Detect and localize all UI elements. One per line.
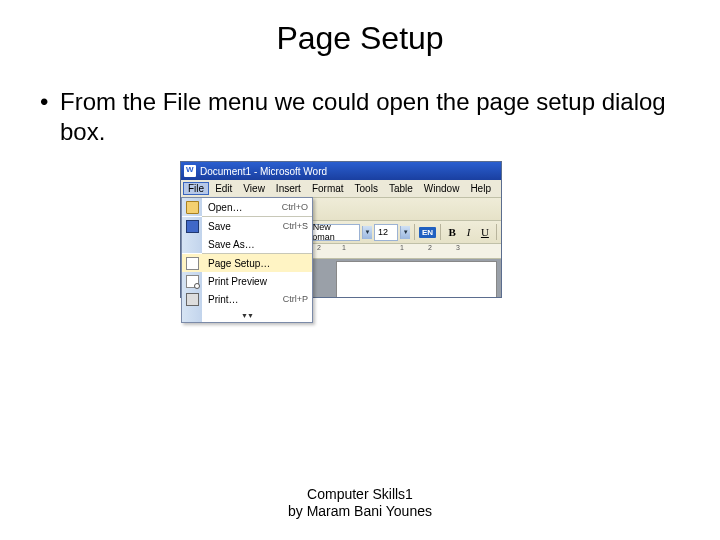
menu-item-print[interactable]: Print… Ctrl+P bbox=[182, 290, 312, 308]
menu-item-print-preview[interactable]: Print Preview bbox=[182, 272, 312, 290]
menu-item-shortcut: Ctrl+S bbox=[283, 221, 308, 231]
printer-icon bbox=[186, 293, 199, 306]
window-titlebar: Document1 - Microsoft Word bbox=[181, 162, 501, 180]
open-folder-icon bbox=[186, 201, 199, 214]
font-size-value: 12 bbox=[378, 227, 388, 237]
bullet-list: • From the File menu we could open the p… bbox=[0, 87, 720, 147]
menu-format[interactable]: Format bbox=[307, 182, 349, 195]
menu-item-shortcut: Ctrl+O bbox=[282, 202, 308, 212]
print-preview-icon bbox=[186, 275, 199, 288]
underline-button[interactable]: U bbox=[478, 224, 492, 240]
menu-file[interactable]: File bbox=[183, 182, 209, 195]
chevron-down-icon[interactable]: ▼ bbox=[362, 226, 372, 239]
ruler-tick: 1 bbox=[400, 244, 404, 251]
bold-button[interactable]: B bbox=[445, 224, 459, 240]
menu-insert[interactable]: Insert bbox=[271, 182, 306, 195]
menu-item-shortcut: Ctrl+P bbox=[283, 294, 308, 304]
language-badge[interactable]: EN bbox=[419, 227, 436, 238]
slide-title: Page Setup bbox=[0, 20, 720, 57]
chevron-down-icon: ▼▼ bbox=[241, 312, 253, 319]
slide-footer: Computer Skills1 by Maram Bani Younes bbox=[0, 486, 720, 520]
menu-window[interactable]: Window bbox=[419, 182, 465, 195]
window-title-text: Document1 - Microsoft Word bbox=[200, 166, 327, 177]
footer-author: by Maram Bani Younes bbox=[0, 503, 720, 520]
ruler-tick: 2 bbox=[317, 244, 321, 251]
word-screenshot: Document1 - Microsoft Word File Edit Vie… bbox=[180, 161, 502, 298]
chevron-down-icon[interactable]: ▼ bbox=[400, 226, 410, 239]
menu-item-label: Save As… bbox=[202, 239, 308, 250]
floppy-disk-icon bbox=[186, 220, 199, 233]
italic-button[interactable]: I bbox=[461, 224, 475, 240]
font-name-value: s New Roman bbox=[306, 222, 356, 242]
menu-item-label: Save bbox=[202, 221, 283, 232]
ruler-tick: 1 bbox=[342, 244, 346, 251]
menu-item-label: Open… bbox=[202, 202, 282, 213]
menu-item-label: Print Preview bbox=[202, 276, 308, 287]
file-menu-dropdown: Open… Ctrl+O Save Ctrl+S Save As… Page S… bbox=[181, 197, 313, 323]
menu-view[interactable]: View bbox=[238, 182, 270, 195]
menu-expand-button[interactable]: ▼▼ bbox=[182, 308, 312, 322]
ruler-tick: 2 bbox=[428, 244, 432, 251]
menu-bar: File Edit View Insert Format Tools Table… bbox=[181, 180, 501, 198]
menu-item-open[interactable]: Open… Ctrl+O bbox=[182, 198, 312, 216]
menu-table[interactable]: Table bbox=[384, 182, 418, 195]
menu-item-page-setup[interactable]: Page Setup… bbox=[182, 254, 312, 272]
menu-item-save-as[interactable]: Save As… bbox=[182, 235, 312, 253]
footer-course: Computer Skills1 bbox=[0, 486, 720, 503]
ruler-tick: 3 bbox=[456, 244, 460, 251]
page-setup-icon bbox=[186, 257, 199, 270]
menu-edit[interactable]: Edit bbox=[210, 182, 237, 195]
bullet-text: From the File menu we could open the pag… bbox=[60, 87, 680, 147]
menu-help[interactable]: Help bbox=[465, 182, 496, 195]
menu-item-label: Page Setup… bbox=[202, 258, 308, 269]
menu-tools[interactable]: Tools bbox=[350, 182, 383, 195]
font-size-combo[interactable]: 12 bbox=[374, 224, 398, 241]
bullet-marker: • bbox=[40, 87, 60, 147]
menu-item-save[interactable]: Save Ctrl+S bbox=[182, 217, 312, 235]
word-app-icon bbox=[184, 165, 196, 177]
menu-item-label: Print… bbox=[202, 294, 283, 305]
